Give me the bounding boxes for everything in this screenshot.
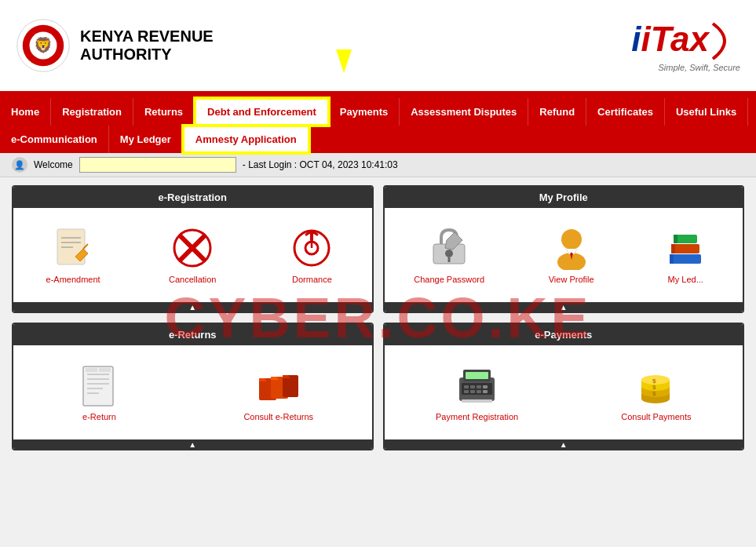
item-dormance[interactable]: Dormance <box>284 227 339 284</box>
nav-debt-enforcement[interactable]: Debt and Enforcement <box>195 98 329 126</box>
navbar-row1: Home Registration Returns Debt and Enfor… <box>0 98 756 126</box>
username-input[interactable] <box>79 157 236 173</box>
card-e-returns-footer: ▲ <box>13 439 372 449</box>
svg-rect-33 <box>99 368 111 372</box>
itax-branding: i iTax Simple, Swift, Secure <box>631 20 740 72</box>
card-my-profile-footer: ▲ <box>385 302 743 312</box>
kra-logo-icon: 🦁 <box>16 18 71 73</box>
item-e-amendment[interactable]: e-Amendment <box>46 227 100 284</box>
item-change-password-label: Change Password <box>414 275 484 284</box>
nav-home[interactable]: Home <box>0 98 51 126</box>
kra-branding: 🦁 Kenya Revenue Authority <box>16 18 214 73</box>
item-consult-e-returns[interactable]: Consult e-Returns <box>243 364 313 421</box>
item-e-return[interactable]: e-Return <box>71 364 126 421</box>
svg-rect-46 <box>470 390 475 393</box>
item-change-password[interactable]: Change Password <box>414 227 484 284</box>
card-e-returns-header: e-Returns <box>13 324 372 345</box>
item-cancellation[interactable]: Cancellation <box>165 227 220 284</box>
welcome-label: Welcome <box>34 159 73 170</box>
card-e-payments-header: e-Payments <box>385 324 743 345</box>
item-e-return-label: e-Return <box>82 412 116 421</box>
cancellation-icon <box>171 227 214 270</box>
svg-point-16 <box>445 250 453 257</box>
view-profile-icon <box>550 227 593 270</box>
item-view-profile-label: View Profile <box>549 275 594 284</box>
card-my-profile-arrow-icon: ▲ <box>560 303 568 312</box>
nav-assessment-disputes[interactable]: Assessment Disputes <box>400 98 528 126</box>
card-e-payments-arrow-icon: ▲ <box>560 440 568 449</box>
user-avatar-icon: 👤 <box>12 157 27 173</box>
consult-payments-icon: $ $ $ <box>634 364 677 407</box>
welcome-bar: 👤 Welcome - Last Login : OCT 04, 2023 10… <box>0 153 756 177</box>
card-my-profile: My Profile Change Password <box>383 185 745 313</box>
e-return-icon <box>78 364 121 407</box>
item-payment-registration[interactable]: Payment Registration <box>436 364 518 421</box>
dormance-icon <box>290 227 334 270</box>
nav-registration[interactable]: Registration <box>51 98 133 126</box>
item-consult-payments[interactable]: $ $ $ Consult Payments <box>621 364 691 421</box>
nav-payments[interactable]: Payments <box>329 98 400 126</box>
card-my-profile-body: Change Password View Profile <box>385 208 743 302</box>
item-dormance-label: Dormance <box>292 275 332 284</box>
my-ledger-icon <box>664 227 707 270</box>
card-e-registration-arrow-icon: ▲ <box>188 303 196 312</box>
card-e-registration-footer: ▲ <box>13 302 372 312</box>
item-view-profile[interactable]: View Profile <box>544 227 599 284</box>
consult-e-returns-icon <box>257 364 300 407</box>
card-e-returns-body: e-Return Consult e- <box>13 345 372 439</box>
item-my-ledger[interactable]: My Led... <box>658 227 713 284</box>
itax-swoosh-icon <box>709 20 740 63</box>
svg-rect-36 <box>283 375 298 397</box>
e-amendment-icon <box>52 227 95 270</box>
navbar-row2: e-Communication My Ledger Amnesty Applic… <box>0 126 756 153</box>
card-e-payments-body: Payment Registration <box>385 345 743 439</box>
svg-rect-25 <box>674 235 677 243</box>
svg-rect-42 <box>470 385 475 388</box>
svg-point-18 <box>561 229 582 250</box>
item-payment-registration-label: Payment Registration <box>436 412 518 421</box>
svg-rect-48 <box>483 390 488 393</box>
arrow-indicator <box>336 49 352 73</box>
card-e-registration-body: e-Amendment Cancellation <box>13 208 372 302</box>
svg-rect-39 <box>466 372 488 379</box>
card-e-payments: e-Payments <box>383 323 745 450</box>
svg-text:🦁: 🦁 <box>34 36 53 54</box>
card-e-registration-header: e-Registration <box>13 187 372 208</box>
svg-rect-24 <box>671 244 675 253</box>
svg-rect-21 <box>671 244 699 253</box>
nav-returns[interactable]: Returns <box>133 98 195 126</box>
svg-text:$: $ <box>652 390 656 397</box>
item-my-ledger-label: My Led... <box>668 275 703 284</box>
change-password-icon <box>428 227 471 270</box>
card-my-profile-header: My Profile <box>385 187 743 208</box>
card-e-returns: e-Returns <box>12 323 374 450</box>
nav-refund[interactable]: Refund <box>528 98 586 126</box>
nav-my-ledger[interactable]: My Ledger <box>109 126 183 153</box>
svg-rect-47 <box>477 390 481 393</box>
nav-amnesty-application[interactable]: Amnesty Application <box>183 126 309 153</box>
nav-ecommunication[interactable]: e-Communication <box>0 126 109 153</box>
svg-rect-26 <box>83 366 113 406</box>
item-e-amendment-label: e-Amendment <box>46 275 100 284</box>
item-consult-payments-label: Consult Payments <box>621 412 691 421</box>
nav-useful-links[interactable]: Useful Links <box>665 98 748 126</box>
nav-certificates[interactable]: Certificates <box>586 98 665 126</box>
svg-rect-41 <box>464 385 469 388</box>
item-consult-e-returns-label: Consult e-Returns <box>243 412 313 421</box>
svg-rect-23 <box>670 254 674 264</box>
dashboard-grid: e-Registration e-Amendment <box>12 185 744 450</box>
last-login-text: - Last Login : OCT 04, 2023 10:41:03 <box>243 159 398 170</box>
card-e-returns-arrow-icon: ▲ <box>188 440 196 449</box>
svg-rect-44 <box>483 385 488 388</box>
kra-name: Kenya Revenue Authority <box>80 27 214 64</box>
card-e-registration: e-Registration e-Amendment <box>12 185 374 313</box>
svg-rect-32 <box>86 368 97 372</box>
payment-registration-icon <box>455 364 499 407</box>
main-navbar: Home Registration Returns Debt and Enfor… <box>0 98 756 153</box>
item-cancellation-label: Cancellation <box>169 275 217 284</box>
page-header: 🦁 Kenya Revenue Authority i iTax Simple,… <box>0 0 756 94</box>
svg-rect-45 <box>464 390 469 393</box>
svg-rect-49 <box>462 399 492 403</box>
svg-rect-20 <box>670 254 701 264</box>
svg-rect-43 <box>477 385 481 388</box>
